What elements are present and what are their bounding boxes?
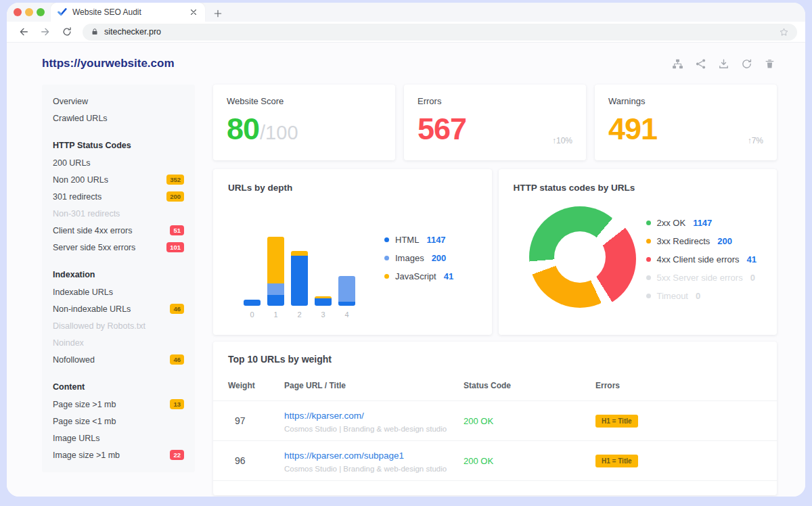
col-header-status-code: Status Code: [464, 381, 595, 390]
col-header-errors: Errors: [595, 381, 762, 390]
sidebar-item-count-badge: 101: [166, 242, 184, 253]
sidebar-item-non-200-urls[interactable]: Non 200 URLs352: [53, 171, 184, 188]
cell-weight: 97: [228, 415, 284, 426]
cell-page-url: https://kparser.com/subpage1Cosmos Studi…: [284, 449, 464, 473]
legend-item-timeout: Timeout0: [646, 291, 757, 301]
sidebar-item-image-urls[interactable]: Image URLs: [53, 430, 184, 446]
stat-label: Website Score: [227, 96, 382, 106]
page-url-link[interactable]: https://kparser.com/subpage1: [284, 451, 404, 461]
sidebar-item-disallowed-by-robots-txt[interactable]: Disallowed by Robots.txt: [53, 317, 184, 334]
sidebar-section-header: Indexation: [53, 267, 184, 283]
address-bar[interactable]: sitechecker.pro: [83, 24, 797, 41]
legend-item-4xx-client-side-errors: 4xx Client side errors41: [646, 254, 757, 264]
bar-x-label: 4: [344, 310, 348, 319]
error-badge: H1 = Title: [595, 455, 638, 467]
table-header-row: Weight Page URL / Title Status Code Erro…: [213, 381, 777, 401]
legend-dot-icon: [384, 256, 389, 260]
sidebar-item-label: Crawled URLs: [53, 114, 108, 123]
sidebar-item-200-urls[interactable]: 200 URLs: [53, 154, 184, 171]
sidebar-item-page-size-1-mb[interactable]: Page size >1 mb13: [53, 396, 184, 413]
sidebar-item-label: Noindex: [53, 338, 84, 348]
top-urls-table-card: Top 10 URLs by weight Weight Page URL / …: [213, 342, 777, 495]
bar-x-label: 0: [250, 310, 254, 319]
legend-dot-icon: [646, 257, 651, 262]
bar-column: 1: [267, 231, 284, 319]
stat-card-website-score: Website Score80/100: [213, 85, 395, 160]
legend-item-html: HTML1147: [384, 235, 453, 245]
donut-hole: [554, 231, 606, 283]
sidebar-item-non-indexable-urls[interactable]: Non-indexable URLs46: [53, 300, 184, 317]
legend-dot-icon: [646, 275, 651, 280]
bar-column: 4: [338, 231, 355, 319]
legend-label: 3xx Redirects: [657, 236, 710, 246]
bar-stack: [244, 231, 261, 306]
sidebar-item-indexable-urls[interactable]: Indexable URLs: [53, 283, 184, 300]
cell-status-code: 200 OK: [464, 416, 595, 426]
refresh-icon[interactable]: [741, 58, 752, 70]
legend-label: Images: [395, 253, 424, 263]
back-icon[interactable]: [15, 23, 32, 41]
legend-dot-icon: [384, 237, 389, 242]
sidebar-item-page-size-1-mb[interactable]: Page size <1 mb: [53, 413, 184, 430]
col-header-page-url: Page URL / Title: [284, 381, 464, 390]
legend-dot-icon: [384, 274, 389, 279]
sidebar-item-nofollowed[interactable]: Nofollowed46: [53, 351, 184, 368]
table-row[interactable]: 96https://kparser.com/subpage1Cosmos Stu…: [213, 441, 777, 481]
download-icon[interactable]: [718, 58, 729, 70]
reload-icon[interactable]: [58, 23, 76, 41]
sitemap-icon[interactable]: [672, 58, 683, 70]
bar-segment-html: [244, 300, 261, 306]
url-text: sitechecker.pro: [104, 27, 773, 37]
sidebar-item-noindex[interactable]: Noindex: [53, 334, 184, 351]
sidebar-item-count-badge: 46: [170, 354, 184, 365]
browser-tab[interactable]: Website SEO Audit: [51, 3, 205, 22]
sidebar-item-label: 301 redirects: [53, 192, 102, 202]
bar-segment-html: [315, 298, 332, 306]
close-window-button[interactable]: [14, 8, 22, 16]
bar-x-label: 3: [321, 310, 325, 319]
forward-icon[interactable]: [37, 23, 54, 41]
new-tab-icon[interactable]: [213, 9, 223, 18]
share-icon[interactable]: [695, 58, 706, 70]
legend-label: 2xx OK: [657, 218, 686, 228]
sidebar-item-label: Non 200 URLs: [53, 175, 108, 185]
zoom-window-button[interactable]: [37, 8, 45, 16]
sidebar-item-label: Indexable URLs: [53, 288, 113, 297]
page-content: https://yourwebsite.com: [7, 43, 805, 497]
sidebar-item-image-size-1-mb[interactable]: Image size >1 mb22: [53, 446, 184, 463]
delete-trash-icon[interactable]: [764, 58, 775, 70]
sidebar-item-non-301-redirects[interactable]: Non-301 redirects: [53, 205, 184, 222]
page-url-link[interactable]: https://kparser.com/: [284, 411, 364, 421]
sidebar-item-301-redirects[interactable]: 301 redirects200: [53, 188, 184, 205]
cell-page-url: https://kparser.com/Cosmos Studio | Bran…: [284, 409, 464, 433]
donut-chart: [529, 206, 631, 308]
legend-label: 4xx Client side errors: [657, 254, 740, 264]
header-actions: [672, 58, 775, 70]
donut-chart-legend: 2xx OK11473xx Redirects2004xx Client sid…: [646, 218, 757, 301]
stat-value-row: 491: [608, 114, 763, 144]
sidebar-item-server-side-5xx-errors[interactable]: Server side 5xx errors101: [53, 239, 184, 256]
bar-segment-images: [338, 276, 355, 302]
stat-delta: ↑10%: [552, 136, 572, 145]
sidebar-item-client-side-4xx-errors[interactable]: Client side 4xx errors51: [53, 222, 184, 239]
close-tab-icon[interactable]: [189, 7, 198, 17]
legend-label: 5xx Server side errors: [657, 273, 743, 283]
legend-item-5xx-server-side-errors: 5xx Server side errors0: [646, 273, 757, 283]
bar-stack: [291, 231, 308, 306]
main-panel: Website Score80/100Errors567↑10%Warnings…: [213, 85, 777, 495]
minimize-window-button[interactable]: [25, 8, 33, 16]
legend-label: HTML: [395, 235, 419, 245]
legend-label: JavaScript: [395, 271, 436, 281]
legend-dot-icon: [646, 239, 651, 244]
sidebar-item-overview[interactable]: Overview: [53, 93, 184, 110]
table-row[interactable]: 97https://kparser.com/Cosmos Studio | Br…: [213, 401, 777, 441]
sidebar-item-crawled-urls[interactable]: Crawled URLs: [53, 110, 184, 127]
donut-chart-title: HTTP status codes by URLs: [514, 183, 763, 193]
legend-value: 1147: [693, 218, 712, 228]
legend-item-javascript: JavaScript41: [384, 271, 453, 281]
legend-value: 200: [432, 253, 447, 263]
legend-dot-icon: [646, 294, 651, 298]
bookmark-star-icon[interactable]: [779, 27, 789, 37]
http-status-codes-card: HTTP status codes by URLs 2xx OK11473xx …: [499, 169, 777, 335]
stat-value-row: 567: [418, 114, 572, 144]
